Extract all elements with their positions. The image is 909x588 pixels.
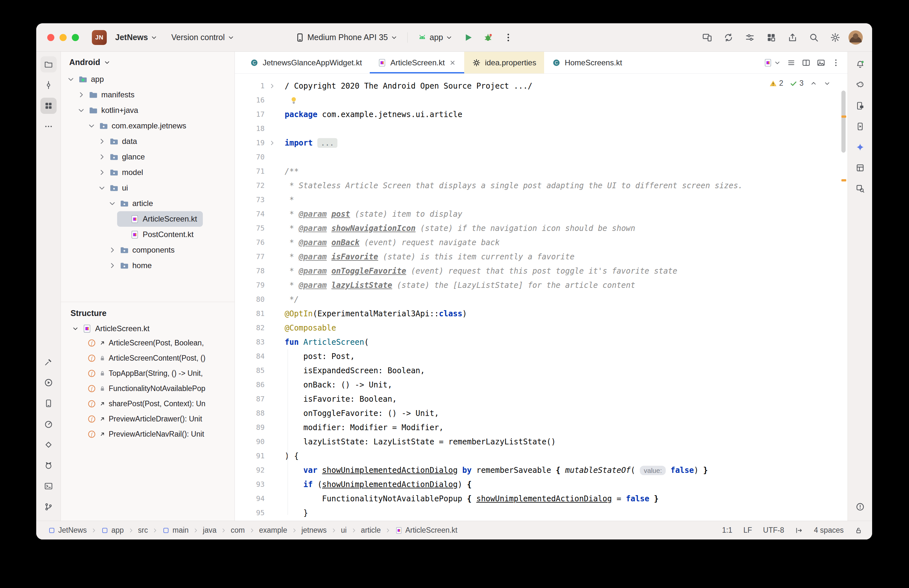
breadcrumb-ui[interactable]: ui bbox=[339, 525, 349, 536]
avatar[interactable] bbox=[848, 30, 863, 45]
structure-item-articlescreencontent-post[interactable]: fArticleScreenContent(Post, () bbox=[61, 351, 234, 366]
indent-size-widget[interactable]: 4 spaces bbox=[814, 526, 844, 535]
list-view-button[interactable] bbox=[787, 58, 796, 67]
project-view-selector[interactable]: Android bbox=[61, 52, 234, 71]
tree-chevron[interactable] bbox=[108, 261, 116, 270]
tree-chevron[interactable] bbox=[108, 246, 116, 254]
breadcrumb-articlescreen-kt[interactable]: ArticleScreen.kt bbox=[393, 525, 459, 536]
sync-button[interactable] bbox=[720, 29, 737, 46]
tree-item-data[interactable]: data bbox=[97, 134, 143, 149]
breadcrumb-jetnews[interactable]: JetNews bbox=[46, 525, 89, 536]
prev-problem-button[interactable] bbox=[810, 80, 817, 87]
scrollbar-thumb[interactable] bbox=[841, 90, 846, 153]
tree-item-app[interactable]: app bbox=[65, 71, 110, 87]
breadcrumb-app[interactable]: app bbox=[99, 525, 126, 536]
tree-item-home[interactable]: home bbox=[107, 258, 158, 273]
gemini-tool-button[interactable] bbox=[852, 139, 868, 155]
commit-tool-button[interactable] bbox=[40, 77, 57, 93]
project-tool-button[interactable] bbox=[40, 56, 57, 73]
chevron-down-icon[interactable] bbox=[72, 325, 79, 332]
notifications-button[interactable] bbox=[852, 56, 868, 73]
tree-chevron[interactable] bbox=[98, 137, 106, 145]
device-manager-tool-button[interactable] bbox=[40, 395, 57, 411]
device-file-explorer-button[interactable] bbox=[852, 98, 868, 114]
breadcrumb-article[interactable]: article bbox=[359, 525, 383, 536]
close-tab-icon[interactable] bbox=[449, 59, 457, 66]
structure-item-articlescreen-post-boolean[interactable]: fArticleScreen(Post, Boolean, bbox=[61, 335, 234, 351]
tree-item-ui[interactable]: ui bbox=[97, 180, 134, 195]
tab-articlescreen-kt[interactable]: ArticleScreen.kt bbox=[370, 52, 464, 73]
settings-sliders-button[interactable] bbox=[741, 29, 758, 46]
tree-item-components[interactable]: components bbox=[107, 242, 181, 258]
lightbulb-icon[interactable] bbox=[289, 96, 298, 105]
breadcrumb-example[interactable]: example bbox=[257, 525, 289, 536]
tree-item-article[interactable]: article bbox=[107, 195, 159, 211]
run-button[interactable] bbox=[460, 29, 477, 46]
tree-item-com-example-jetnews[interactable]: com.example.jetnews bbox=[86, 118, 192, 134]
next-problem-button[interactable] bbox=[823, 80, 831, 87]
tab-idea-properties[interactable]: idea.properties bbox=[464, 52, 544, 73]
fold-marker[interactable] bbox=[265, 82, 279, 90]
structure-item-previewarticledrawer-unit[interactable]: fPreviewArticleDrawer(): Unit bbox=[61, 411, 234, 426]
device-mirror-button[interactable] bbox=[699, 29, 715, 46]
structure-item-previewarticlenavrail-unit[interactable]: fPreviewArticleNavRail(): Unit bbox=[61, 426, 234, 442]
structure-item-topappbar-string-unit[interactable]: fTopAppBar(String, () -> Unit, bbox=[61, 366, 234, 381]
caret-position[interactable]: 1:1 bbox=[722, 526, 732, 535]
code-area[interactable]: 1/ Copyright 2020 The Android Open Sourc… bbox=[235, 74, 848, 521]
indent-style-widget[interactable] bbox=[795, 527, 803, 534]
debug-button[interactable] bbox=[480, 29, 497, 46]
breadcrumb-java[interactable]: java bbox=[201, 525, 218, 536]
tree-chevron[interactable] bbox=[98, 184, 106, 192]
passed-chip[interactable]: 3 bbox=[790, 79, 804, 88]
encoding-widget[interactable]: UTF-8 bbox=[763, 526, 784, 535]
close-window-button[interactable] bbox=[47, 34, 54, 41]
running-devices-button[interactable] bbox=[852, 118, 868, 134]
tree-chevron[interactable] bbox=[108, 199, 116, 208]
tree-chevron[interactable] bbox=[67, 75, 75, 84]
layout-inspector-button[interactable] bbox=[852, 160, 868, 176]
fullscreen-window-button[interactable] bbox=[72, 34, 79, 41]
tree-chevron[interactable] bbox=[77, 90, 86, 99]
tree-item-manifests[interactable]: manifests bbox=[76, 87, 140, 103]
split-editor-button[interactable] bbox=[802, 58, 811, 67]
share-button[interactable] bbox=[784, 29, 801, 46]
breadcrumb-com[interactable]: com bbox=[229, 525, 247, 536]
preview-button[interactable] bbox=[817, 58, 825, 67]
app-quality-insights-tool-button[interactable] bbox=[40, 437, 57, 453]
tree-chevron[interactable] bbox=[98, 168, 106, 177]
project-widget[interactable]: JetNews bbox=[111, 29, 161, 45]
search-button[interactable] bbox=[806, 29, 822, 46]
run-config-selector[interactable]: app bbox=[413, 29, 457, 45]
device-selector[interactable]: Medium Phone API 35 bbox=[291, 29, 402, 45]
readonly-toggle[interactable] bbox=[855, 527, 862, 534]
structure-item-functionalitynotavailablepop[interactable]: fFunctionalityNotAvailablePop bbox=[61, 381, 234, 396]
problems-tool-button[interactable] bbox=[852, 499, 868, 515]
tree-item-kotlin-java[interactable]: kotlin+java bbox=[76, 103, 144, 118]
tab-jetnewsglanceappwidget-kt[interactable]: CJetnewsGlanceAppWidget.kt bbox=[242, 52, 370, 73]
line-ending-widget[interactable]: LF bbox=[743, 526, 752, 535]
resource-manager-tool-button[interactable] bbox=[40, 98, 57, 114]
app-inspection-button[interactable] bbox=[852, 181, 868, 197]
tree-chevron[interactable] bbox=[87, 122, 96, 130]
tree-item-postcontent-kt[interactable]: PostContent.kt bbox=[117, 227, 199, 242]
version-control-tool-button[interactable] bbox=[40, 499, 57, 515]
tree-chevron[interactable] bbox=[77, 106, 86, 115]
terminal-tool-button[interactable] bbox=[40, 478, 57, 494]
gradle-tool-button[interactable] bbox=[852, 77, 868, 93]
run-tool-button[interactable] bbox=[40, 375, 57, 391]
structure-root[interactable]: ArticleScreen.kt bbox=[61, 322, 234, 335]
build-tool-button[interactable] bbox=[40, 354, 57, 370]
profiler-tool-button[interactable] bbox=[40, 416, 57, 432]
logcat-tool-button[interactable] bbox=[40, 457, 57, 473]
kebab-button[interactable] bbox=[832, 58, 840, 67]
more-tool-windows-button[interactable] bbox=[40, 118, 57, 134]
tree-item-glance[interactable]: glance bbox=[97, 149, 151, 165]
breadcrumb-src[interactable]: src bbox=[136, 525, 150, 536]
minimize-window-button[interactable] bbox=[60, 34, 67, 41]
tab-homescreens-kt[interactable]: CHomeScreens.kt bbox=[544, 52, 630, 73]
more-run-actions-button[interactable] bbox=[500, 29, 517, 46]
breadcrumb-jetnews[interactable]: jetnews bbox=[300, 525, 329, 536]
structure-item-sharepost-post-context-un[interactable]: fsharePost(Post, Context): Un bbox=[61, 396, 234, 411]
vcs-widget[interactable]: Version control bbox=[167, 29, 238, 45]
settings-gear-button[interactable] bbox=[827, 29, 844, 46]
